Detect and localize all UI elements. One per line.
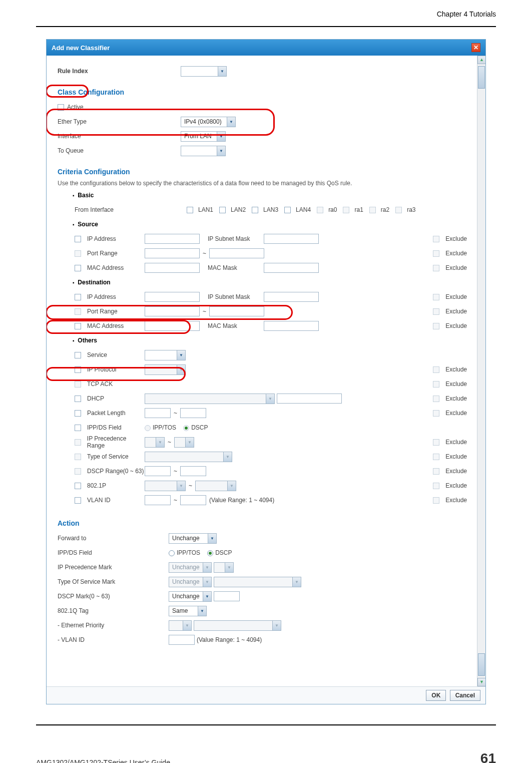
interface-checkbox-ra2[interactable]: [369, 207, 376, 213]
ip-precedence-row: IP Precedence Range ▼~▼ Exclude: [75, 435, 474, 449]
dst-ip-input[interactable]: [145, 292, 200, 302]
interface-checkbox-LAN4[interactable]: [284, 207, 291, 213]
8021p-to-select[interactable]: ▼: [195, 481, 236, 491]
eth-priority-select2[interactable]: ▼: [194, 620, 281, 631]
src-ip-input[interactable]: [145, 234, 200, 244]
vlan-to-input[interactable]: [180, 495, 206, 505]
interface-checkbox-ra0[interactable]: [317, 207, 323, 213]
packet-length-to[interactable]: [180, 408, 206, 418]
dst-mac-input[interactable]: [145, 321, 200, 331]
dst-mac-checkbox[interactable]: [75, 323, 81, 329]
src-port-to-input[interactable]: [209, 248, 264, 258]
src-mac-exclude-checkbox[interactable]: [433, 265, 439, 271]
interface-checkbox-ra3[interactable]: [395, 207, 402, 213]
tcp-ack-exclude-checkbox[interactable]: [433, 381, 439, 388]
cancel-button[interactable]: Cancel: [450, 690, 480, 701]
packet-length-from[interactable]: [145, 408, 171, 418]
dst-subnet-input[interactable]: [264, 292, 319, 302]
tos-mark-select[interactable]: Unchange▼: [169, 577, 212, 587]
ether-type-select[interactable]: IPv4 (0x0800) ▼: [181, 117, 236, 127]
ip-precedence-exclude-checkbox[interactable]: [433, 439, 439, 446]
vlan-id-checkbox[interactable]: [75, 497, 81, 504]
action-vlan-id-input[interactable]: [169, 635, 195, 645]
service-checkbox[interactable]: [75, 352, 81, 358]
8021q-tag-select[interactable]: Same▼: [169, 606, 207, 616]
src-port-checkbox[interactable]: [75, 250, 81, 257]
ip-protocol-select[interactable]: ▼: [145, 364, 186, 375]
interface-checkbox-LAN2[interactable]: [219, 207, 226, 213]
packet-length-checkbox[interactable]: [75, 410, 81, 417]
packet-length-exclude-checkbox[interactable]: [433, 410, 439, 417]
tcp-ack-checkbox[interactable]: [75, 381, 81, 388]
action-ipptos-radio[interactable]: [169, 550, 175, 556]
dst-port-to-input[interactable]: [209, 306, 264, 316]
chevron-down-icon: ▼: [203, 563, 211, 572]
scrollbar-thumb[interactable]: [478, 66, 485, 89]
interface-select[interactable]: From LAN ▼: [181, 131, 226, 142]
src-port-exclude-checkbox[interactable]: [433, 250, 439, 257]
dscp-mark-input[interactable]: [214, 591, 240, 601]
dhcp-exclude-checkbox[interactable]: [433, 396, 439, 402]
scroll-down-icon[interactable]: ▼: [477, 678, 485, 686]
eth-priority-select[interactable]: ▼: [169, 620, 192, 631]
dscp-exclude-checkbox[interactable]: [433, 468, 439, 475]
close-icon[interactable]: ✕: [471, 43, 480, 52]
ip-precedence-from-select[interactable]: ▼: [145, 437, 165, 448]
src-ip-checkbox[interactable]: [75, 236, 81, 242]
src-macmask-input[interactable]: [264, 263, 319, 273]
dst-macmask-input[interactable]: [264, 321, 319, 331]
action-dscp-radio[interactable]: [207, 550, 213, 556]
dscp-radio[interactable]: [183, 425, 189, 431]
ip-protocol-row: IP Protocol ▼ Exclude: [75, 362, 474, 376]
dscp-mark-select[interactable]: Unchange▼: [169, 591, 212, 602]
src-mac-input[interactable]: [145, 263, 200, 273]
8021p-exclude-checkbox[interactable]: [433, 483, 439, 489]
src-subnet-input[interactable]: [264, 234, 319, 244]
8021p-from-select[interactable]: ▼: [145, 481, 186, 491]
ippds-checkbox[interactable]: [75, 425, 81, 431]
dhcp-value-input[interactable]: [277, 394, 342, 404]
ip-precedence-mark-select[interactable]: Unchange▼: [169, 562, 212, 573]
interface-checkbox-LAN1[interactable]: [187, 207, 193, 213]
ipptos-radio[interactable]: [145, 425, 151, 431]
dst-port-exclude-checkbox[interactable]: [433, 308, 439, 315]
tos-select[interactable]: ▼: [145, 452, 232, 462]
vertical-scrollbar[interactable]: ▲ ▼: [477, 56, 485, 686]
ip-protocol-exclude-checkbox[interactable]: [433, 366, 439, 373]
dst-ip-exclude-checkbox[interactable]: [433, 294, 439, 300]
dst-mac-exclude-checkbox[interactable]: [433, 323, 439, 329]
tos-checkbox[interactable]: [75, 454, 81, 460]
active-checkbox[interactable]: [58, 104, 64, 111]
scroll-up-icon[interactable]: ▲: [477, 56, 485, 64]
exclude-label: Exclude: [445, 264, 467, 271]
src-ip-exclude-checkbox[interactable]: [433, 236, 439, 242]
dscp-range-checkbox[interactable]: [75, 468, 81, 475]
interface-checkbox-ra1[interactable]: [343, 207, 349, 213]
dst-ip-checkbox[interactable]: [75, 294, 81, 300]
ok-button[interactable]: OK: [426, 690, 446, 701]
dscp-to-input[interactable]: [180, 466, 206, 476]
src-mac-checkbox[interactable]: [75, 265, 81, 271]
to-queue-select[interactable]: ▼: [181, 146, 226, 156]
dhcp-checkbox[interactable]: [75, 396, 81, 402]
tos-mark-select2[interactable]: ▼: [214, 577, 301, 587]
ip-precedence-to-select[interactable]: ▼: [174, 437, 194, 448]
ip-precedence-mark-select2[interactable]: ▼: [214, 562, 234, 573]
dhcp-select[interactable]: ▼: [145, 394, 275, 404]
vlan-from-input[interactable]: [145, 495, 171, 505]
interface-checkbox-LAN3[interactable]: [252, 207, 258, 213]
ip-protocol-checkbox[interactable]: [75, 366, 81, 373]
scrollbar-thumb-bottom[interactable]: [478, 653, 485, 676]
dscp-from-input[interactable]: [145, 466, 171, 476]
dst-port-from-input[interactable]: [145, 306, 200, 316]
vlan-exclude-checkbox[interactable]: [433, 497, 439, 504]
src-port-from-input[interactable]: [145, 248, 200, 258]
scrollbar-track[interactable]: [477, 64, 485, 678]
tos-exclude-checkbox[interactable]: [433, 454, 439, 460]
8021p-checkbox[interactable]: [75, 483, 81, 489]
ip-precedence-checkbox[interactable]: [75, 439, 81, 446]
forward-to-select[interactable]: Unchange▼: [169, 533, 217, 544]
rule-index-select[interactable]: ▼: [181, 66, 227, 77]
dst-port-checkbox[interactable]: [75, 308, 81, 315]
service-select[interactable]: ▼: [145, 350, 186, 360]
